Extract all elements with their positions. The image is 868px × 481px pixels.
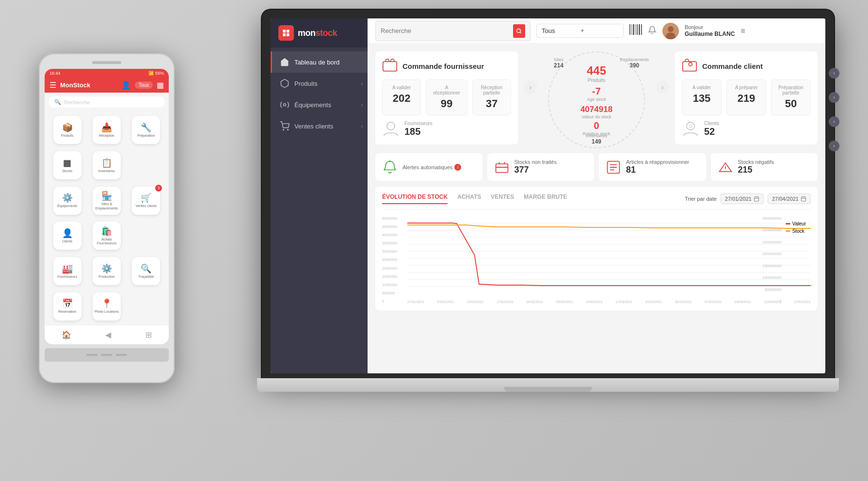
- grid-item-achats[interactable]: 🛍️ Achats Fournisseurs: [88, 219, 125, 253]
- phone-outer: 16:44 📶 55% ☰ MonStock 👤 Tous ▦ 🔍 Recher…: [39, 53, 175, 383]
- grid-item-fournisseurs[interactable]: 🏭 Fournisseurs: [48, 255, 86, 288]
- tab-achats[interactable]: ACHATS: [457, 193, 481, 204]
- svg-rect-1: [287, 30, 289, 32]
- alert-negatifs-info: Stocks négatifs 215: [738, 159, 774, 175]
- grid-item-reception[interactable]: 📥 Réception: [88, 113, 125, 147]
- main-content: Commande fournisseur A valider 202 A réc…: [368, 44, 825, 373]
- grid-item-photo[interactable]: 📍 Photo Locations: [88, 289, 125, 323]
- svg-rect-29: [802, 197, 806, 201]
- svg-point-25: [389, 160, 391, 162]
- grid-item-production[interactable]: ⚙️ Production: [88, 255, 125, 288]
- svg-point-22: [689, 63, 692, 66]
- search-bar[interactable]: [375, 21, 530, 41]
- equipment-icon: [280, 100, 289, 110]
- filter-arrow: ▼: [580, 28, 618, 33]
- calendar-from-icon: [754, 196, 759, 202]
- alert-card-stocks: Stocks non traités 377: [487, 153, 595, 181]
- barcode-icon-phone[interactable]: ▦: [157, 80, 164, 90]
- svg-rect-28: [754, 197, 758, 201]
- filter-value: Tous: [542, 27, 580, 34]
- sidebar-item-produits[interactable]: Produits ›: [271, 73, 368, 94]
- alert-negatifs-label: Stocks négatifs: [738, 159, 774, 165]
- home-icon-phone[interactable]: 🏠: [62, 330, 71, 339]
- tab-ventes[interactable]: VENTES: [491, 193, 514, 204]
- alert-card-articles: Articles à réapprovisionner 81: [599, 153, 706, 181]
- reservation-label: Réservation: [58, 310, 76, 314]
- alert-card-automatiques: Alertes automatiques i: [375, 153, 482, 181]
- search-button[interactable]: [513, 24, 525, 38]
- sites-icon: 🏪: [101, 191, 112, 201]
- hamburger-icon[interactable]: ☰: [49, 80, 56, 90]
- phone-app-grid: 📦 Produits 📥 Réception 🔧 Préparation: [45, 112, 169, 325]
- reservation-icon: 📅: [62, 298, 73, 309]
- back-icon-phone[interactable]: ◀: [105, 330, 111, 339]
- grid-item-stocks[interactable]: ▦ Stocks: [48, 149, 86, 182]
- phone-bottom-bar: 🏠 ◀ ⊞: [45, 325, 169, 344]
- grid-item-inventaires[interactable]: 📋 Inventaires: [88, 149, 125, 182]
- alert-articles-value: 81: [626, 165, 689, 175]
- client-value-valider: 135: [689, 92, 714, 105]
- svg-rect-15: [641, 24, 642, 35]
- sat-emplacements: Emplacements 390: [620, 57, 649, 69]
- app-container: monstock Tableau de bord: [271, 18, 825, 373]
- arrow-connector-right: ›: [656, 80, 669, 94]
- grid-item-ventes[interactable]: 🛒 Ventes clients 3: [128, 184, 165, 217]
- alert-stocks-label: Stocks non traités: [514, 159, 557, 165]
- client-card-preparer: A préparer 219: [726, 80, 766, 115]
- clients-label: Clients: [704, 121, 719, 126]
- sidebar-item-equipements[interactable]: Équipements ›: [271, 94, 368, 115]
- clients-value: 52: [704, 126, 719, 137]
- svg-line-8: [520, 32, 521, 33]
- bell-icon[interactable]: [648, 26, 657, 36]
- barcode-icon[interactable]: [629, 24, 642, 37]
- products-label: Produits: [580, 78, 612, 83]
- grid-item-reservation[interactable]: 📅 Réservation: [48, 289, 86, 323]
- grid-item-equipements[interactable]: ⚙️ Équipements: [48, 184, 86, 217]
- products-count: 445: [580, 64, 612, 78]
- supplier-card-valider: A valider 202: [382, 80, 421, 115]
- tab-marge[interactable]: MARGE BRUTE: [524, 193, 567, 204]
- emplacements-label-sat: Emplacements: [620, 57, 649, 62]
- grid-item-sites[interactable]: 🏪 Sites & Emplacements: [88, 184, 125, 217]
- grid-item-produits[interactable]: 📦 Produits: [48, 113, 86, 147]
- legend-valeur: Valeur: [786, 221, 806, 226]
- sidebar-item-ventes-clients[interactable]: Ventes clients ›: [271, 115, 368, 137]
- menu-lines-icon[interactable]: ≡: [740, 27, 745, 35]
- sites-label: Sites & Emplacements: [93, 202, 121, 210]
- avatar: [662, 23, 679, 39]
- date-from-input[interactable]: 27/01/2021: [721, 193, 764, 204]
- grid-item-tracabilite[interactable]: 🔍 Traçabilité: [128, 255, 165, 288]
- supplier-order-header: Commande fournisseur: [382, 58, 511, 74]
- filter-dropdown[interactable]: Tous ▼: [536, 24, 624, 38]
- sat-sites: Sites 214: [554, 57, 563, 69]
- grid-item-preparation[interactable]: 🔧 Préparation: [128, 113, 165, 147]
- list-icon: [606, 160, 621, 175]
- alert-articles-info: Articles à réapprovisionner 81: [626, 159, 689, 175]
- sat-inventaires: Inventaires 149: [586, 133, 607, 145]
- client-order-title: Commande client: [702, 62, 763, 70]
- top-row: Commande fournisseur A valider 202 A réc…: [375, 51, 818, 148]
- supplier-card-partielle: Réception partielle 37: [472, 80, 511, 115]
- sidebar-item-tableau-de-bord[interactable]: Tableau de bord: [271, 51, 368, 73]
- apps-icon-phone[interactable]: ⊞: [145, 330, 152, 339]
- trier-par-date-label: Trier par date: [685, 196, 717, 202]
- logo-svg: [281, 28, 291, 38]
- card-label-partielle: Réception partielle: [480, 85, 504, 96]
- date-to-input[interactable]: 27/04/2021: [768, 193, 811, 204]
- right-content: Tous ▼: [368, 18, 825, 373]
- phone-search-icon: 🔍: [54, 99, 61, 105]
- search-input[interactable]: [381, 27, 510, 34]
- grid-item-clients[interactable]: 👤 Clients: [48, 219, 86, 253]
- phone-filter-badge[interactable]: Tous: [135, 81, 153, 89]
- emplacements-value-sat: 390: [620, 62, 649, 69]
- equipements-icon: ⚙️: [62, 192, 73, 203]
- supplier-card-receptionner: A réceptionner 99: [426, 80, 467, 115]
- chevron-ventes: ›: [361, 124, 363, 129]
- tab-evolution[interactable]: ÉVOLUTION DE STOCK: [382, 193, 448, 204]
- supplier-orders-section: Commande fournisseur A valider 202 A réc…: [375, 51, 518, 144]
- alert-card-negatifs: Stocks négatifs 215: [711, 153, 818, 181]
- phone-statusbar: 16:44 📶 55%: [45, 69, 169, 78]
- alert-stocks-value: 377: [514, 165, 557, 175]
- phone-grip: [45, 348, 169, 362]
- phone-search-bar[interactable]: 🔍 Recherche: [48, 96, 165, 108]
